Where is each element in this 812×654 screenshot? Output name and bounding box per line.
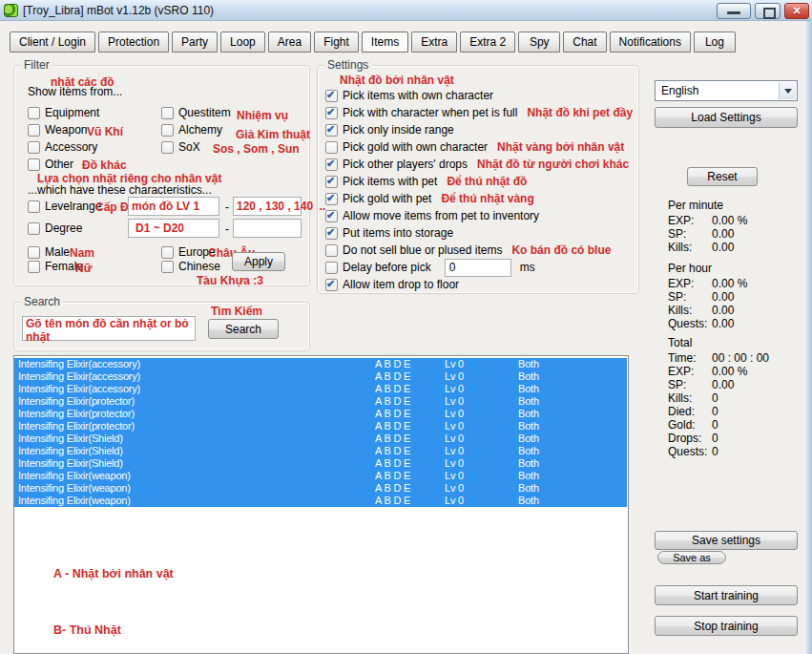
reset-button[interactable]: Reset (687, 167, 758, 186)
item-row[interactable]: Intensifing Elixir(protector) A B D E Lv… (14, 420, 627, 432)
weapon-checkbox[interactable] (28, 124, 40, 137)
tab[interactable]: Spy (518, 32, 560, 53)
tab[interactable]: Log (694, 32, 736, 53)
degree-checkbox[interactable] (28, 222, 40, 235)
item-row[interactable]: Intensifing Elixir(weapon) A B D E Lv 0 … (14, 482, 627, 495)
item-row[interactable]: Intensifing Elixir(accessory) A B D E Lv… (14, 358, 627, 370)
maximize-button[interactable] (755, 3, 781, 19)
item-list[interactable]: Intensifing Elixir(accessory) A B D E Lv… (13, 355, 629, 654)
settings-checkbox[interactable] (325, 279, 338, 291)
settings-checkbox[interactable] (325, 193, 338, 205)
settings-row[interactable]: Allow move items from pet to inventory (325, 207, 635, 224)
checkbox-alchemy[interactable]: Alchemy (161, 123, 222, 137)
sox-checkbox[interactable] (161, 141, 174, 154)
settings-checkbox[interactable] (325, 244, 338, 257)
checkbox-equipment[interactable]: Equipment (28, 106, 99, 119)
save-as-button[interactable]: Save as (657, 551, 726, 564)
combo-dropdown-button[interactable] (779, 82, 796, 99)
settings-checkbox[interactable] (325, 124, 338, 137)
tab-label: Loop (230, 35, 256, 49)
settings-row[interactable]: Pick only inside range (325, 121, 635, 138)
tab[interactable]: Client / Login (10, 32, 95, 53)
settings-row[interactable]: Delay before pick ms (325, 259, 635, 276)
apply-button[interactable]: Apply (232, 252, 285, 271)
levelrange-checkbox[interactable] (28, 200, 40, 213)
settings-checkbox[interactable] (325, 176, 338, 188)
settings-row[interactable]: Pick items with own character (325, 87, 635, 104)
settings-row[interactable]: Pick gold with pet Để thú nhặt vàng (325, 190, 635, 207)
degree-max-input[interactable] (233, 219, 302, 238)
item-row[interactable]: Intensifing Elixir(protector) A B D E Lv… (14, 408, 627, 420)
settings-checkbox[interactable] (325, 141, 338, 154)
checkbox-levelrange[interactable]: Levelrange (28, 200, 101, 213)
tab[interactable]: Loop (220, 32, 265, 53)
settings-checkbox[interactable] (325, 107, 338, 119)
stat-label: Gold: (668, 418, 712, 432)
alchemy-checkbox[interactable] (161, 124, 174, 137)
chinese-checkbox[interactable] (161, 261, 174, 273)
checkbox-weapon[interactable]: Weapon (28, 123, 87, 137)
questitem-checkbox[interactable] (161, 107, 174, 119)
checkbox-chinese[interactable]: Chinese (161, 260, 220, 273)
tab[interactable]: Notifications (610, 32, 691, 53)
settings-checkbox[interactable] (325, 262, 338, 274)
checkbox-sox[interactable]: SoX (161, 140, 200, 154)
tab[interactable]: Area (268, 32, 311, 53)
settings-row[interactable]: Do not sell blue or plused items Ko bán … (325, 242, 635, 259)
tab[interactable]: Extra (411, 32, 457, 53)
item-level: Lv 0 (445, 408, 464, 420)
search-input[interactable]: Gõ tên món đồ cần nhặt or bỏ nhặt (22, 316, 196, 341)
load-settings-button[interactable]: Load Settings (655, 107, 798, 128)
settings-row[interactable]: Pick items with pet Để thú nhặt đồ (325, 173, 635, 190)
item-row[interactable]: Intensifing Elixir(protector) A B D E Lv… (14, 395, 627, 408)
settings-group-label: Settings (324, 58, 371, 72)
settings-row[interactable]: Pick gold with own character Nhặt vàng b… (325, 138, 635, 156)
checkbox-accessory[interactable]: Accessory (28, 140, 97, 154)
tab[interactable]: Protection (98, 32, 169, 53)
tab[interactable]: Party (172, 32, 218, 53)
settings-row[interactable]: Allow item drop to floor (325, 276, 635, 293)
stat-label: SP: (668, 227, 712, 241)
checkbox-male[interactable]: Male (28, 245, 70, 259)
other-checkbox[interactable] (28, 158, 40, 171)
checkbox-other[interactable]: Other (28, 158, 73, 171)
language-select[interactable]: English (655, 80, 798, 101)
item-row[interactable]: Intensifing Elixir(Shield) A B D E Lv 0 … (14, 432, 627, 445)
item-level: Lv 0 (445, 420, 464, 432)
settings-checkbox[interactable] (325, 227, 338, 240)
equipment-checkbox[interactable] (28, 107, 40, 119)
item-name: Intensifing Elixir(Shield) (18, 445, 123, 457)
female-checkbox[interactable] (28, 261, 40, 273)
close-button[interactable] (784, 3, 809, 19)
male-checkbox[interactable] (28, 246, 40, 259)
item-row[interactable]: Intensifing Elixir(Shield) A B D E Lv 0 … (14, 445, 627, 457)
tab[interactable]: Fight (314, 32, 359, 53)
annotation-other: Đồ khác (82, 158, 127, 172)
settings-group: Settings Nhặt đồ bởi nhân vật Pick items… (317, 65, 639, 294)
checkbox-degree[interactable]: Degree (28, 222, 82, 235)
settings-row[interactable]: Pick other players' drops Nhặt đồ từ ngư… (325, 156, 635, 173)
accessory-checkbox[interactable] (28, 141, 40, 154)
tab[interactable]: Chat (563, 32, 606, 53)
item-row[interactable]: Intensifing Elixir(accessory) A B D E Lv… (14, 370, 627, 383)
start-training-button[interactable]: Start training (655, 585, 798, 605)
tab[interactable]: Items (362, 32, 408, 53)
item-row[interactable]: Intensifing Elixir(weapon) A B D E Lv 0 … (14, 495, 627, 507)
item-row[interactable]: Intensifing Elixir(accessory) A B D E Lv… (14, 383, 627, 395)
tab[interactable]: Extra 2 (460, 32, 515, 53)
questitem-label: Questitem (178, 106, 231, 119)
europe-checkbox[interactable] (161, 246, 174, 259)
settings-checkbox[interactable] (325, 158, 338, 171)
settings-row[interactable]: Pick with character when pet is full Nhặ… (325, 104, 635, 121)
settings-checkbox[interactable] (325, 90, 338, 102)
item-row[interactable]: Intensifing Elixir(Shield) A B D E Lv 0 … (14, 457, 627, 470)
search-button[interactable]: Search (208, 319, 279, 339)
save-settings-button[interactable]: Save settings (655, 531, 798, 550)
settings-row[interactable]: Put items into storage (325, 224, 635, 242)
delay-input[interactable] (445, 259, 511, 277)
item-row[interactable]: Intensifing Elixir(weapon) A B D E Lv 0 … (14, 470, 627, 482)
settings-checkbox[interactable] (325, 210, 338, 222)
checkbox-questitem[interactable]: Questitem (161, 106, 231, 119)
minimize-button[interactable] (717, 3, 751, 19)
stop-training-button[interactable]: Stop training (655, 616, 798, 636)
